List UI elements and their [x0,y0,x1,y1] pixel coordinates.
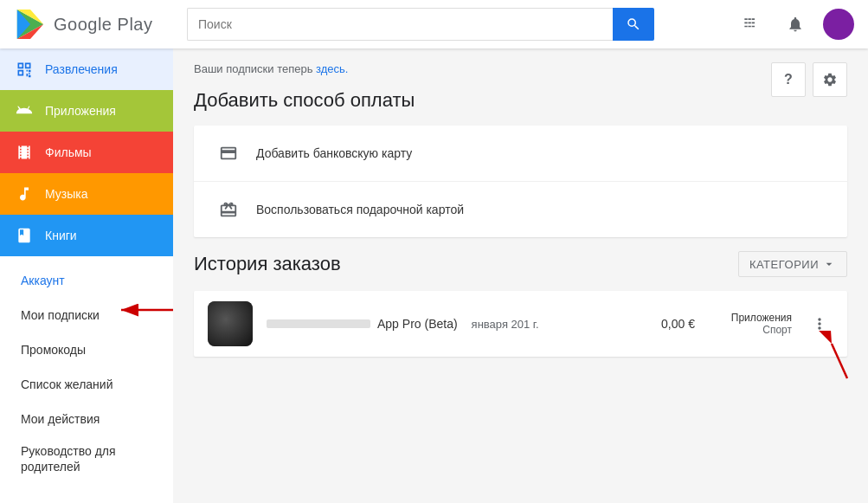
sidebar-item-books[interactable]: Книги [0,215,173,256]
apps-grid-icon [742,16,759,33]
sidebar-menu-promo[interactable]: Промокоды [0,332,173,367]
sidebar: Развлечения Приложения Фильмы Музыка [0,48,173,503]
books-icon [14,225,35,246]
order-price: 0,00 € [643,317,695,331]
google-play-logo-icon [14,8,47,41]
sidebar-menu-activities[interactable]: Мои действия [0,402,173,436]
order-row: App Pro (Beta) января 201 г. 0,00 € Прил… [194,291,847,357]
add-bank-card-label: Добавить банковскую карту [256,146,412,160]
order-category: Приложения Спорт [723,312,792,336]
header-actions [733,7,854,42]
search-button[interactable] [613,8,654,41]
sidebar-entertainment-label: Развлечения [45,62,118,76]
sidebar-movies-label: Фильмы [45,145,92,159]
sidebar-apps-label: Приложения [45,104,116,118]
payment-card: Добавить банковскую карту Воспользоватьс… [194,126,847,237]
orders-section-title: История заказов [194,253,341,275]
bank-card-icon [215,139,242,167]
svg-line-7 [832,344,847,378]
sidebar-item-entertainment[interactable]: Развлечения [0,48,173,90]
order-date: января 201 г. [472,318,539,331]
help-button[interactable]: ? [771,62,806,97]
order-info: App Pro (Beta) января 201 г. [267,317,629,331]
order-more-options-button[interactable] [806,310,833,338]
order-name-row: App Pro (Beta) января 201 г. [267,317,629,331]
order-app-name: App Pro (Beta) [377,317,458,331]
sidebar-music-label: Музыка [45,187,88,201]
sidebar-menu-wishlist[interactable]: Список желаний [0,367,173,402]
orders-section-header: История заказов КАТЕГОРИИ [194,251,847,277]
header: Google Play [0,0,868,48]
sidebar-menu: Аккаунт Мои подписки Промокоды Список же… [0,256,173,488]
logo-text: Google Play [54,15,152,35]
sidebar-menu-parental[interactable]: Руководство для родителей [0,436,173,481]
order-menu-arrow-annotation [778,331,856,383]
add-bank-card-item[interactable]: Добавить банковскую карту [194,126,847,182]
search-area [187,8,654,41]
notifications-button[interactable] [778,7,813,42]
more-vert-icon [811,315,828,332]
entertainment-icon [14,59,35,80]
subscription-notice: Ваши подписки теперь здесь. [194,62,847,75]
movies-icon [14,142,35,163]
top-right-actions: ? [771,62,847,97]
apps-icon [14,100,35,121]
main-content: ? Ваши подписки теперь здесь. Добавить с… [173,48,868,503]
layout: Развлечения Приложения Фильмы Музыка [0,48,868,503]
sidebar-item-apps[interactable]: Приложения [0,90,173,132]
chevron-down-icon [822,257,836,271]
apps-grid-button[interactable] [733,7,768,42]
sidebar-books-label: Книги [45,229,77,242]
bell-icon [787,16,804,33]
add-gift-card-item[interactable]: Воспользоваться подарочной картой [194,182,847,237]
search-icon [626,16,641,32]
avatar[interactable] [823,9,854,40]
sidebar-item-movies[interactable]: Фильмы [0,132,173,173]
logo-area: Google Play [14,8,187,41]
music-icon [14,184,35,204]
sidebar-menu-subscriptions[interactable]: Мои подписки [0,298,173,332]
sidebar-item-music[interactable]: Музыка [0,173,173,215]
sidebar-menu-account[interactable]: Аккаунт [0,263,173,298]
categories-filter-button[interactable]: КАТЕГОРИИ [738,251,847,277]
gift-card-icon [215,196,242,223]
order-name-placeholder [267,319,370,328]
payment-section-title: Добавить способ оплаты [194,89,847,112]
gear-icon [822,72,838,87]
order-app-image [208,301,253,346]
search-input[interactable] [187,8,613,41]
subscription-link[interactable]: здесь. [316,62,348,75]
add-gift-card-label: Воспользоваться подарочной картой [256,203,464,216]
settings-button[interactable] [813,62,847,97]
